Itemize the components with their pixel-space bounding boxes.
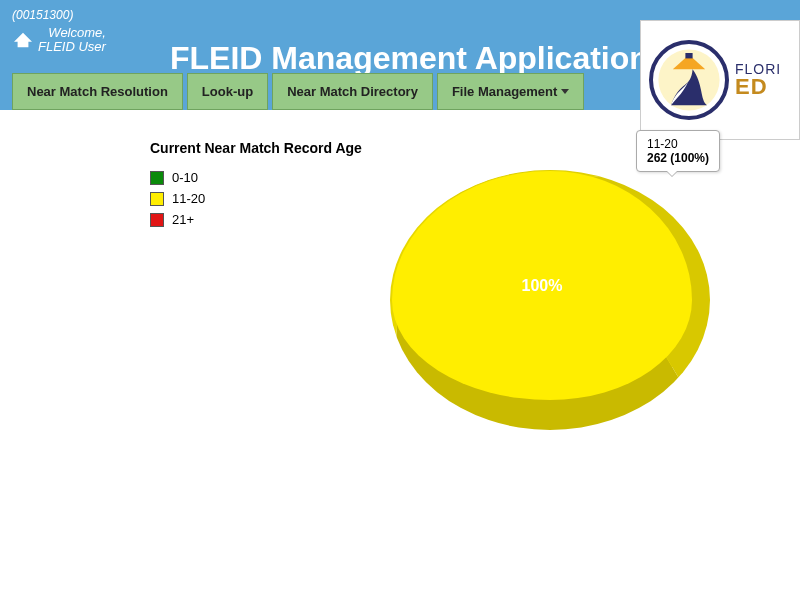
tooltip-category: 11-20 (647, 137, 709, 151)
welcome-text: Welcome, FLEID User (38, 26, 106, 54)
nav-label: Near Match Directory (287, 84, 418, 99)
legend-label: 11-20 (172, 191, 205, 206)
welcome-line1: Welcome, (38, 26, 106, 40)
app-title: FLEID Management Application (170, 40, 649, 77)
main-nav: Near Match Resolution Look-up Near Match… (12, 73, 584, 110)
logo-line2: ED (735, 76, 781, 98)
nav-look-up[interactable]: Look-up (187, 73, 268, 110)
legend-label: 0-10 (172, 170, 198, 185)
legend-swatch (150, 192, 164, 206)
app-header: (00151300) Welcome, FLEID User FLEID Man… (0, 0, 800, 110)
logo-seal-icon (649, 40, 729, 120)
main-content: Current Near Match Record Age 0-10 11-20… (0, 110, 800, 227)
nav-label: File Management (452, 84, 557, 99)
nav-label: Look-up (202, 84, 253, 99)
nav-near-match-directory[interactable]: Near Match Directory (272, 73, 433, 110)
legend-swatch (150, 171, 164, 185)
pie-slice-11-20[interactable]: 100% (390, 170, 710, 430)
chart-tooltip: 11-20 262 (100%) (636, 130, 720, 172)
home-icon (12, 31, 34, 49)
logo-text: FLORI ED (735, 62, 781, 98)
chevron-down-icon (561, 89, 569, 94)
welcome-line2: FLEID User (38, 40, 106, 54)
svg-rect-1 (685, 53, 692, 58)
pie-chart-wrap: 11-20 262 (100%) 100% (390, 170, 710, 430)
legend-label: 21+ (172, 212, 194, 227)
nav-file-management[interactable]: File Management (437, 73, 584, 110)
nav-near-match-resolution[interactable]: Near Match Resolution (12, 73, 183, 110)
tooltip-value: 262 (100%) (647, 151, 709, 165)
nav-label: Near Match Resolution (27, 84, 168, 99)
pie-slice-label: 100% (522, 277, 563, 295)
legend-swatch (150, 213, 164, 227)
